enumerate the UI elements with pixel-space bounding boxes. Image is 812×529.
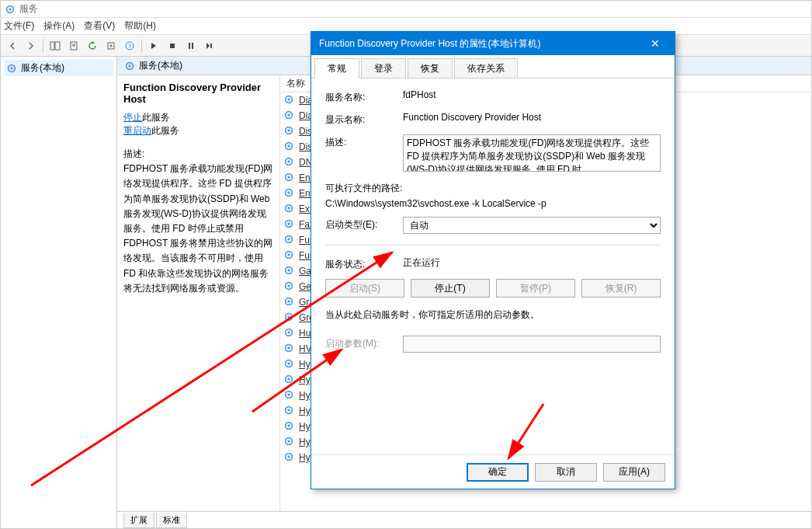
dialog-tabs: 常规 登录 恢复 依存关系 (311, 55, 675, 78)
stop-service-button[interactable]: 停止(T) (411, 279, 490, 298)
svg-point-53 (287, 362, 290, 365)
gear-icon (283, 311, 296, 324)
svg-text:?: ? (128, 43, 132, 50)
gear-icon (283, 187, 296, 200)
pause-button[interactable] (182, 37, 200, 54)
help-button[interactable]: ? (121, 37, 138, 54)
gear-icon (283, 420, 296, 433)
dialog-titlebar[interactable]: Function Discovery Provider Host 的属性(本地计… (311, 32, 675, 55)
svg-point-51 (287, 346, 290, 350)
svg-point-19 (287, 98, 290, 101)
svg-point-57 (287, 393, 290, 396)
tab-standard[interactable]: 标准 (156, 513, 187, 528)
gear-icon (283, 280, 296, 293)
gear-icon (283, 156, 296, 169)
menu-file[interactable]: 文件(F) (4, 19, 34, 33)
gear-icon (123, 60, 136, 72)
tab-extended[interactable]: 扩展 (123, 513, 154, 528)
svg-point-1 (9, 8, 12, 11)
forward-button[interactable] (23, 37, 40, 54)
export-button[interactable] (102, 37, 120, 54)
description-textarea[interactable]: FDPHOST 服务承载功能发现(FD)网络发现提供程序。这些 FD 提供程序为… (403, 134, 661, 172)
tab-recovery[interactable]: 恢复 (408, 58, 453, 78)
selected-service-name: Function Discovery Provider Host (123, 82, 273, 105)
desc-text: FDPHOST 服务承载功能发现(FD)网络发现提供程序。这些 FD 提供程序为… (123, 162, 273, 296)
close-icon[interactable]: ✕ (644, 32, 667, 55)
menu-action[interactable]: 操作(A) (43, 19, 75, 33)
gear-icon (283, 249, 296, 262)
gear-icon (283, 374, 296, 386)
properties-button[interactable] (65, 37, 82, 54)
ok-button[interactable]: 确定 (467, 463, 529, 482)
restart-link[interactable]: 重启动 (123, 125, 151, 136)
svg-point-33 (287, 207, 290, 210)
svg-point-27 (287, 160, 290, 163)
dialog-title: Function Discovery Provider Host 的属性(本地计… (319, 37, 644, 50)
label-exe-path: 可执行文件的路径: (325, 182, 661, 195)
label-start-params: 启动参数(M): (325, 336, 403, 350)
detail-header-title: 服务(本地) (139, 59, 182, 72)
start-button[interactable]: 启动(S) (325, 279, 404, 298)
gear-icon (283, 327, 296, 339)
svg-point-21 (287, 113, 290, 117)
gear-icon (283, 343, 296, 355)
menu-view[interactable]: 查看(V) (84, 19, 115, 33)
gear-icon (283, 110, 296, 122)
pause-service-button[interactable]: 暂停(P) (496, 279, 575, 298)
tab-general[interactable]: 常规 (314, 58, 359, 78)
svg-point-29 (287, 176, 290, 179)
label-service-status: 服务状态: (325, 256, 403, 271)
gear-icon (283, 358, 296, 371)
gear-icon (283, 296, 296, 308)
gear-icon (283, 451, 296, 464)
svg-point-45 (287, 300, 290, 303)
back-button[interactable] (4, 37, 21, 54)
dialog-footer: 确定 取消 应用(A) (311, 454, 675, 489)
refresh-button[interactable] (84, 37, 101, 54)
tree-pane: 服务(本地) (1, 57, 117, 528)
tab-dependencies[interactable]: 依存关系 (454, 58, 518, 78)
resume-button[interactable]: 恢复(R) (581, 279, 661, 298)
gear-icon (283, 141, 296, 153)
gear-icon (283, 172, 296, 184)
svg-point-41 (287, 269, 290, 272)
apply-button[interactable]: 应用(A) (603, 463, 665, 482)
svg-point-49 (287, 331, 290, 334)
gear-icon (283, 218, 296, 231)
svg-point-39 (287, 253, 290, 256)
svg-point-55 (287, 378, 290, 381)
label-display-name: 显示名称: (325, 112, 403, 127)
cancel-button[interactable]: 取消 (535, 463, 597, 482)
info-pane: Function Discovery Provider Host 停止此服务 重… (117, 75, 280, 511)
value-display-name: Function Discovery Provider Host (403, 112, 661, 123)
tree-root-label: 服务(本地) (21, 61, 64, 75)
app-icon (4, 3, 16, 16)
gear-icon (283, 389, 296, 402)
start-params-input[interactable] (403, 336, 661, 353)
startup-type-select[interactable]: 自动 (403, 217, 661, 234)
gear-icon (283, 265, 296, 277)
stop-link[interactable]: 停止 (123, 112, 142, 123)
stop-button[interactable] (164, 37, 181, 54)
svg-point-37 (287, 238, 290, 241)
svg-point-61 (287, 424, 290, 427)
menu-help[interactable]: 帮助(H) (124, 19, 156, 33)
label-startup-type: 启动类型(E): (325, 217, 403, 231)
titlebar: 服务 (1, 1, 811, 18)
tab-logon[interactable]: 登录 (361, 58, 406, 78)
play-button[interactable] (145, 37, 162, 54)
value-exe-path: C:\Windows\system32\svchost.exe -k Local… (325, 198, 661, 209)
svg-point-47 (287, 315, 290, 318)
svg-point-65 (287, 455, 290, 458)
tree-root[interactable]: 服务(本地) (4, 60, 113, 76)
label-service-name: 服务名称: (325, 89, 403, 104)
svg-rect-13 (210, 44, 212, 48)
gear-icon (283, 94, 296, 106)
restart-button[interactable] (201, 37, 218, 54)
svg-point-35 (287, 222, 290, 225)
svg-point-63 (287, 440, 290, 443)
svg-point-15 (10, 67, 13, 70)
show-hide-button[interactable] (47, 37, 64, 54)
svg-rect-3 (55, 42, 60, 50)
svg-rect-11 (189, 43, 190, 49)
